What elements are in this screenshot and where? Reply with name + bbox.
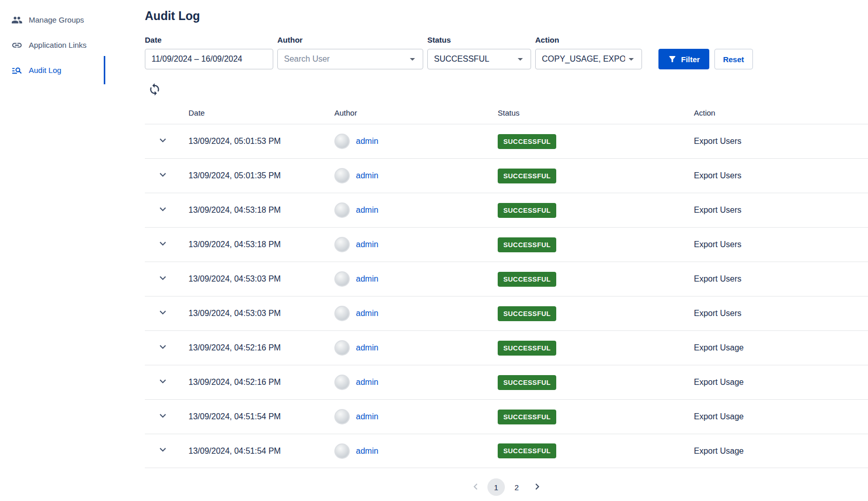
filter-funnel-icon bbox=[668, 54, 677, 64]
sync-icon bbox=[148, 90, 161, 98]
row-action: Export Usage bbox=[694, 378, 868, 387]
page-button-2[interactable]: 2 bbox=[508, 478, 525, 496]
next-page-button[interactable] bbox=[529, 478, 546, 496]
chevron-right-icon bbox=[531, 480, 543, 494]
expand-row-button[interactable] bbox=[156, 376, 169, 389]
chevron-down-icon bbox=[157, 306, 169, 321]
status-select[interactable]: SUCCESSFUL bbox=[427, 49, 531, 69]
status-badge: SUCCESSFUL bbox=[498, 443, 556, 458]
author-link[interactable]: admin bbox=[356, 447, 379, 456]
expand-row-button[interactable] bbox=[156, 410, 169, 423]
page-button-1[interactable]: 1 bbox=[487, 478, 505, 496]
column-header-author: Author bbox=[334, 108, 498, 117]
row-date: 13/09/2024, 05:01:53 PM bbox=[188, 137, 334, 146]
row-action: Export Users bbox=[694, 206, 868, 215]
status-select-value: SUCCESSFUL bbox=[434, 54, 514, 64]
status-badge: SUCCESSFUL bbox=[498, 306, 556, 321]
column-header-action: Action bbox=[694, 108, 868, 117]
expand-row-button[interactable] bbox=[156, 307, 169, 320]
author-link[interactable]: admin bbox=[356, 378, 379, 387]
row-action: Export Users bbox=[694, 309, 868, 318]
row-action: Export Usage bbox=[694, 343, 868, 352]
author-link[interactable]: admin bbox=[356, 206, 379, 215]
chevron-down-icon[interactable] bbox=[625, 53, 637, 65]
chevron-down-icon bbox=[157, 237, 169, 252]
row-date: 13/09/2024, 04:53:18 PM bbox=[188, 240, 334, 249]
column-header-date: Date bbox=[188, 108, 334, 117]
sidebar-item-label: Application Links bbox=[29, 41, 87, 49]
chevron-down-icon bbox=[157, 134, 169, 149]
row-date: 13/09/2024, 04:53:18 PM bbox=[188, 206, 334, 215]
author-link[interactable]: admin bbox=[356, 343, 379, 352]
row-action: Export Usage bbox=[694, 412, 868, 421]
table-row: 13/09/2024, 05:01:35 PM admin SUCCESSFUL… bbox=[145, 158, 868, 193]
chevron-down-icon[interactable] bbox=[406, 53, 419, 65]
sidebar: Manage Groups Application Links Audit Lo… bbox=[0, 0, 105, 501]
author-link[interactable]: admin bbox=[356, 240, 379, 249]
sidebar-item-audit-log[interactable]: Audit Log bbox=[0, 58, 105, 83]
column-header-status: Status bbox=[498, 108, 694, 117]
table-row: 13/09/2024, 04:51:54 PM admin SUCCESSFUL… bbox=[145, 434, 868, 468]
link-icon bbox=[11, 40, 23, 51]
refresh-button[interactable] bbox=[148, 83, 161, 96]
chevron-down-icon bbox=[157, 443, 169, 458]
filter-button-label: Filter bbox=[681, 55, 700, 64]
author-link[interactable]: admin bbox=[356, 171, 379, 180]
action-filter-label: Action bbox=[535, 35, 642, 44]
row-action: Export Users bbox=[694, 137, 868, 146]
expand-row-button[interactable] bbox=[156, 135, 169, 148]
action-select-value: COPY_USAGE, EXPO bbox=[542, 54, 625, 64]
chevron-left-icon bbox=[469, 480, 482, 494]
manage-search-icon bbox=[11, 65, 23, 76]
date-filter-label: Date bbox=[145, 35, 273, 44]
expand-row-button[interactable] bbox=[156, 169, 169, 182]
table-row: 13/09/2024, 05:01:53 PM admin SUCCESSFUL… bbox=[145, 124, 868, 158]
sidebar-item-manage-groups[interactable]: Manage Groups bbox=[0, 7, 105, 32]
chevron-down-icon bbox=[157, 410, 169, 424]
author-select[interactable] bbox=[277, 49, 423, 69]
table-row: 13/09/2024, 04:53:18 PM admin SUCCESSFUL… bbox=[145, 227, 868, 262]
expand-row-button[interactable] bbox=[156, 444, 169, 457]
author-link[interactable]: admin bbox=[356, 137, 379, 146]
row-date: 13/09/2024, 05:01:35 PM bbox=[188, 171, 334, 180]
avatar bbox=[334, 202, 350, 218]
table-row: 13/09/2024, 04:52:16 PM admin SUCCESSFUL… bbox=[145, 365, 868, 399]
date-range-input[interactable] bbox=[145, 49, 273, 69]
row-date: 13/09/2024, 04:51:54 PM bbox=[188, 447, 334, 456]
author-filter-label: Author bbox=[277, 35, 423, 44]
action-select[interactable]: COPY_USAGE, EXPO bbox=[535, 49, 642, 69]
avatar bbox=[334, 375, 350, 390]
expand-row-button[interactable] bbox=[156, 341, 169, 355]
author-link[interactable]: admin bbox=[356, 412, 379, 421]
people-icon bbox=[11, 14, 23, 26]
author-link[interactable]: admin bbox=[356, 309, 379, 318]
author-search-input[interactable] bbox=[284, 54, 406, 64]
audit-log-table: Date Author Status Action 13/09/2024, 05… bbox=[145, 101, 868, 468]
status-badge: SUCCESSFUL bbox=[498, 169, 556, 183]
sidebar-item-label: Audit Log bbox=[29, 66, 61, 75]
row-action: Export Users bbox=[694, 171, 868, 180]
page-title: Audit Log bbox=[145, 9, 868, 23]
status-badge: SUCCESSFUL bbox=[498, 375, 556, 390]
table-header: Date Author Status Action bbox=[145, 101, 868, 124]
row-date: 13/09/2024, 04:53:03 PM bbox=[188, 309, 334, 318]
sidebar-item-application-links[interactable]: Application Links bbox=[0, 32, 105, 58]
author-link[interactable]: admin bbox=[356, 274, 379, 284]
main-content: Audit Log Date Author Status SUCCESSFUL bbox=[145, 0, 868, 501]
avatar bbox=[334, 409, 350, 424]
status-badge: SUCCESSFUL bbox=[498, 203, 556, 218]
status-badge: SUCCESSFUL bbox=[498, 134, 556, 149]
expand-row-button[interactable] bbox=[156, 238, 169, 251]
sidebar-item-label: Manage Groups bbox=[29, 15, 84, 24]
row-date: 13/09/2024, 04:53:03 PM bbox=[188, 274, 334, 284]
status-badge: SUCCESSFUL bbox=[498, 237, 556, 252]
filter-button[interactable]: Filter bbox=[658, 49, 709, 69]
expand-row-button[interactable] bbox=[156, 203, 169, 217]
status-badge: SUCCESSFUL bbox=[498, 272, 556, 287]
reset-button[interactable]: Reset bbox=[714, 49, 753, 69]
chevron-down-icon bbox=[157, 375, 169, 389]
chevron-down-icon[interactable] bbox=[514, 53, 526, 65]
prev-page-button[interactable] bbox=[467, 478, 484, 496]
chevron-down-icon bbox=[157, 169, 169, 183]
expand-row-button[interactable] bbox=[156, 272, 169, 286]
